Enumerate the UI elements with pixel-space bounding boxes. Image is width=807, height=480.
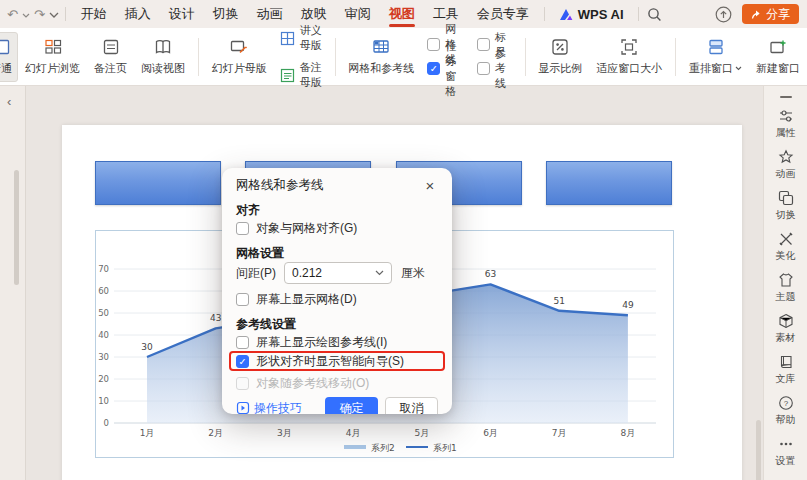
sidebar-item-theme[interactable]: 主题 [776, 272, 796, 304]
menu-tab-3[interactable]: 切换 [204, 0, 248, 28]
overlap-squares-icon [778, 190, 794, 206]
right-sidebar: 属性 动画 切换 美化 主题 素材 文库 ? 帮助 设置 [763, 86, 807, 480]
search-icon[interactable] [647, 7, 662, 22]
menu-tab-2[interactable]: 设计 [160, 0, 204, 28]
slide-panel-collapsed: ‹ [0, 86, 26, 480]
quick-access-toolbar: ↶ ↷ [0, 8, 59, 21]
menu-tab-7[interactable]: 视图 [380, 0, 424, 28]
menu-tab-6[interactable]: 审阅 [336, 0, 380, 28]
svg-text:40: 40 [98, 330, 109, 340]
checkbox-guides[interactable]: 参考线 [477, 60, 513, 78]
guides-checkbox[interactable] [477, 62, 490, 75]
snap-to-grid-checkbox[interactable] [236, 222, 249, 235]
share-icon [751, 9, 762, 20]
undo-icon[interactable]: ↶ [7, 8, 18, 21]
new-window-button[interactable]: 新建窗口 [749, 37, 807, 76]
gridlines-checkbox[interactable] [427, 38, 440, 51]
sidebar-item-properties[interactable]: 属性 [776, 108, 796, 140]
menu-tab-0[interactable]: 开始 [72, 0, 116, 28]
svg-text:51: 51 [553, 296, 564, 306]
cloud-upload-icon[interactable] [715, 6, 732, 23]
collapse-sidebar-icon[interactable] [780, 96, 792, 98]
svg-text:50: 50 [98, 308, 109, 318]
close-icon[interactable] [422, 178, 438, 193]
svg-text:43: 43 [210, 313, 221, 323]
sidebar-item-library[interactable]: 文库 [776, 354, 796, 386]
view-reading-button[interactable]: 阅读视图 [134, 37, 192, 76]
new-window-icon [768, 37, 788, 57]
sidebar-item-beautify[interactable]: 美化 [776, 231, 796, 263]
question-icon: ? [778, 395, 794, 411]
slide-master-button[interactable]: 幻灯片母版 [205, 37, 274, 76]
ruler-checkbox[interactable] [477, 38, 490, 51]
view-checkbox-group: 网格线 任务窗格 标尺 参考线 [421, 36, 518, 78]
fit-window-button[interactable]: 适应窗口大小 [589, 37, 669, 76]
cancel-button[interactable]: 取消 [385, 397, 438, 414]
divider [335, 38, 336, 76]
magic-tools-icon [778, 231, 794, 247]
spacing-label: 间距(P) [236, 265, 276, 282]
redo-icon[interactable]: ↷ [34, 8, 45, 21]
sidebar-item-help[interactable]: ? 帮助 [776, 395, 796, 427]
slide-shape-rectangle-4[interactable] [546, 161, 672, 205]
ok-button[interactable]: 确定 [325, 397, 378, 414]
svg-text:70: 70 [98, 264, 109, 274]
task-pane-checkbox[interactable] [427, 62, 440, 75]
share-button[interactable]: 分享 [742, 4, 799, 24]
align-heading: 对齐 [236, 202, 438, 216]
zoom-ratio-button[interactable]: 显示比例 [531, 37, 589, 76]
show-drawing-guides-row[interactable]: 屏幕上显示绘图参考线(I) [236, 334, 438, 350]
tips-link[interactable]: 操作技巧 [236, 400, 302, 415]
show-grid-row[interactable]: 屏幕上显示网格(D) [236, 291, 438, 307]
divider [638, 7, 639, 21]
grid-and-guides-button[interactable]: 网格和参考线 [341, 37, 421, 76]
snap-to-grid-row[interactable]: 对象与网格对齐(G) [236, 220, 438, 236]
undo-dropdown-icon[interactable] [22, 13, 30, 18]
handout-master-button[interactable]: 讲义母版 [280, 23, 323, 53]
left-scrollbar[interactable] [14, 170, 19, 285]
svg-text:49: 49 [622, 300, 634, 310]
menu-tab-1[interactable]: 插入 [116, 0, 160, 28]
guides-settings-heading: 参考线设置 [236, 316, 438, 330]
menu-tab-9[interactable]: 会员专享 [468, 0, 538, 28]
svg-text:0: 0 [104, 418, 109, 428]
toolbar-options-icon[interactable] [49, 12, 59, 18]
objects-follow-guides-row: 对象随参考线移动(O) [236, 375, 438, 391]
svg-text:7月: 7月 [552, 428, 567, 438]
view-slide-sorter-button[interactable]: 幻灯片浏览 [18, 37, 87, 76]
slide-master-icon [229, 37, 249, 57]
svg-text:5月: 5月 [414, 428, 429, 438]
svg-text:6月: 6月 [483, 428, 498, 438]
smart-guides-checkbox[interactable] [236, 355, 249, 368]
dialog-title: 网格线和参考线 [236, 177, 324, 194]
svg-text:1月: 1月 [140, 428, 155, 438]
canvas-scrollbar[interactable] [756, 420, 761, 480]
svg-text:8月: 8月 [621, 428, 636, 438]
tshirt-icon [778, 272, 794, 288]
svg-text:10: 10 [98, 396, 109, 406]
show-drawing-guides-checkbox[interactable] [236, 336, 249, 349]
checkbox-task-pane[interactable]: 任务窗格 [427, 60, 463, 78]
handout-master-icon [280, 31, 295, 46]
svg-text:63: 63 [485, 269, 496, 279]
divider [675, 38, 676, 76]
grid-guides-icon [371, 37, 391, 57]
collapse-panel-icon[interactable]: ‹ [7, 94, 11, 109]
sidebar-item-settings[interactable]: 设置 [776, 436, 796, 468]
slide-shape-rectangle-1[interactable] [95, 161, 221, 205]
notes-master-button[interactable]: 备注母版 [280, 60, 323, 90]
ellipsis-icon [778, 436, 794, 452]
sidebar-item-animation[interactable]: 动画 [776, 149, 796, 181]
show-grid-checkbox[interactable] [236, 293, 249, 306]
arrange-windows-button[interactable]: 重排窗口 [682, 37, 749, 76]
grid-settings-heading: 网格设置 [236, 245, 438, 259]
wps-ai-button[interactable]: WPS AI [551, 7, 632, 22]
spacing-select[interactable]: 0.212 [284, 262, 392, 284]
view-notes-page-button[interactable]: 备注页 [87, 37, 134, 76]
objects-follow-guides-checkbox [236, 377, 249, 390]
reading-view-icon [153, 37, 173, 57]
view-normal-button[interactable]: 普通 [0, 32, 18, 82]
smart-guides-row-highlighted[interactable]: 形状对齐时显示智能向导(S) [229, 351, 445, 371]
sidebar-item-assets[interactable]: 素材 [776, 313, 796, 345]
sidebar-item-transition[interactable]: 切换 [776, 190, 796, 222]
